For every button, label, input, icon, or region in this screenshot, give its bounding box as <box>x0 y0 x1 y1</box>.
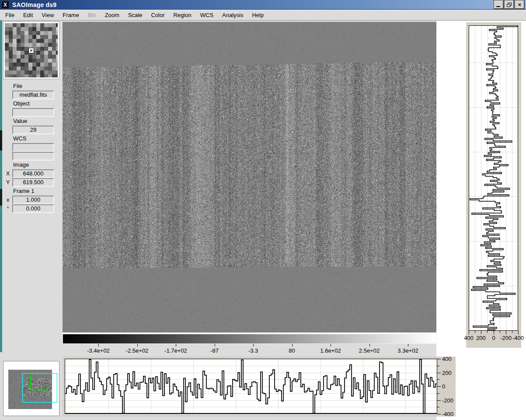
panel-label-frame-1: Frame 1 <box>13 188 34 194</box>
magnifier[interactable] <box>3 21 59 79</box>
frame-zoom[interactable]: 1.000 <box>12 196 54 204</box>
h-axis-label: 0 <box>442 383 445 390</box>
h-axis-label: -400 <box>442 411 453 417</box>
desktop-edge-shadow <box>0 189 2 206</box>
horizontal-cut-plot[interactable] <box>65 359 437 414</box>
titlebar[interactable]: X SAOImage ds9 × <box>0 0 526 10</box>
menu-item-bin: Bin <box>88 12 96 18</box>
horizontal-cut-graph: 4002000-200-400 <box>63 357 456 416</box>
frame-angle[interactable]: 0.000 <box>12 204 54 213</box>
colorbar-tick <box>331 344 331 346</box>
colorbar-tick-label: 1.6e+02 <box>313 347 348 354</box>
panel-label-file: File <box>13 83 22 89</box>
panel-label-image: Image <box>13 161 29 168</box>
v-axis-tick <box>487 331 488 333</box>
colorbar-tick <box>215 344 215 346</box>
h-axis-tick <box>437 379 439 380</box>
colorbar-tick-label: -3.4e+02 <box>81 347 116 354</box>
image-y-prefix: Y <box>4 179 11 186</box>
colorbar-tick <box>253 344 254 346</box>
h-axis-tick <box>437 373 441 373</box>
info-panel-background <box>0 21 63 420</box>
h-axis-tick <box>437 359 441 359</box>
frame-zoom-prefix: x <box>4 196 11 203</box>
colorbar-tick-label: 80 <box>275 347 310 354</box>
menu-item-color[interactable]: Color <box>151 12 164 18</box>
v-axis-label: -200 <box>499 335 512 341</box>
v-axis-tick <box>494 331 494 334</box>
colorbar-tick <box>98 344 99 346</box>
minimize-button[interactable] <box>494 0 503 9</box>
v-axis-tick <box>500 331 500 333</box>
panner-canvas[interactable] <box>4 362 59 415</box>
v-axis-tick <box>469 331 469 334</box>
file-value[interactable]: medflat.fits <box>12 91 54 99</box>
h-axis-label: -200 <box>442 397 453 404</box>
v-axis-tick <box>512 331 512 333</box>
colorbar-tick-label: -3.3 <box>236 347 271 354</box>
panel-label-object: Object <box>13 100 30 107</box>
menu-item-region[interactable]: Region <box>174 12 192 18</box>
v-axis-tick <box>506 331 506 334</box>
v-axis-tick <box>481 331 481 334</box>
menu-item-view[interactable]: View <box>42 12 54 18</box>
close-icon: × <box>518 2 521 8</box>
desktop-edge-shadow <box>0 130 2 150</box>
colorbar-tick-label: -1.7e+02 <box>158 347 193 354</box>
panner[interactable] <box>3 361 59 416</box>
colorbar[interactable] <box>63 334 436 344</box>
image-x-prefix: X <box>4 170 11 177</box>
menu-item-frame[interactable]: Frame <box>63 12 79 18</box>
menu-item-wcs[interactable]: WCS <box>200 12 213 18</box>
menu-item-zoom[interactable]: Zoom <box>105 12 119 18</box>
menu-item-scale[interactable]: Scale <box>128 12 143 18</box>
panel-label-value: Value <box>13 118 27 124</box>
menu-item-analysis[interactable]: Analysis <box>222 12 243 18</box>
colorbar-tick <box>137 344 138 346</box>
image-y[interactable]: 619.500 <box>12 178 54 187</box>
window-controls: × <box>494 0 524 9</box>
colorbar-tick <box>292 344 293 346</box>
restore-icon <box>507 3 512 7</box>
vertical-cut-graph: 4002000-200-400 <box>466 22 521 348</box>
menu-item-help[interactable]: Help <box>252 12 264 18</box>
colorbar-tick-label: 3.3e+02 <box>390 347 425 354</box>
colorbar-tick-label: 2.5e+02 <box>352 347 387 354</box>
menubar: FileEditViewFrameBinZoomScaleColorRegion… <box>0 10 526 21</box>
v-axis-tick <box>475 331 475 333</box>
panel-label-wcs: WCS <box>13 135 26 142</box>
image-x[interactable]: 648.000 <box>12 169 54 178</box>
minimize-icon <box>496 6 500 7</box>
colorbar-axis: -3.4e+02-2.5e+02-1.7e+02-87-3.3801.6e+02… <box>63 344 436 356</box>
colorbar-tick <box>369 344 370 346</box>
h-axis-tick <box>437 414 441 414</box>
h-axis-tick <box>437 366 439 366</box>
frame-angle-prefix: ° <box>4 205 11 212</box>
image-display[interactable] <box>63 22 436 332</box>
h-axis-tick <box>437 386 441 387</box>
close-button[interactable]: × <box>515 0 524 9</box>
v-axis-label: 200 <box>474 335 488 341</box>
h-axis-label: 400 <box>442 356 452 362</box>
x11-app-icon: X <box>1 1 9 9</box>
object-value[interactable] <box>12 108 54 117</box>
v-axis-tick <box>518 331 519 334</box>
v-axis-label: 400 <box>462 335 475 341</box>
colorbar-tick <box>408 344 408 346</box>
v-axis-label: 0 <box>487 335 500 341</box>
h-axis-tick <box>437 407 439 407</box>
restore-button[interactable] <box>505 0 514 9</box>
wcs-delta[interactable] <box>12 152 54 161</box>
vertical-cut-plot[interactable] <box>469 25 518 331</box>
h-axis-tick <box>437 393 439 394</box>
menu-item-edit[interactable]: Edit <box>23 12 33 18</box>
menu-item-file[interactable]: File <box>5 12 14 18</box>
magnifier-canvas[interactable] <box>5 23 58 77</box>
pixel-value[interactable]: 29 <box>12 126 54 134</box>
colorbar-tick-label: -2.5e+02 <box>120 347 155 354</box>
h-axis-label: 200 <box>442 370 452 376</box>
wcs-alpha[interactable] <box>12 143 54 152</box>
colorbar-tick-label: -87 <box>197 347 232 354</box>
h-axis-tick <box>437 400 441 401</box>
v-axis-label: -400 <box>512 335 525 341</box>
